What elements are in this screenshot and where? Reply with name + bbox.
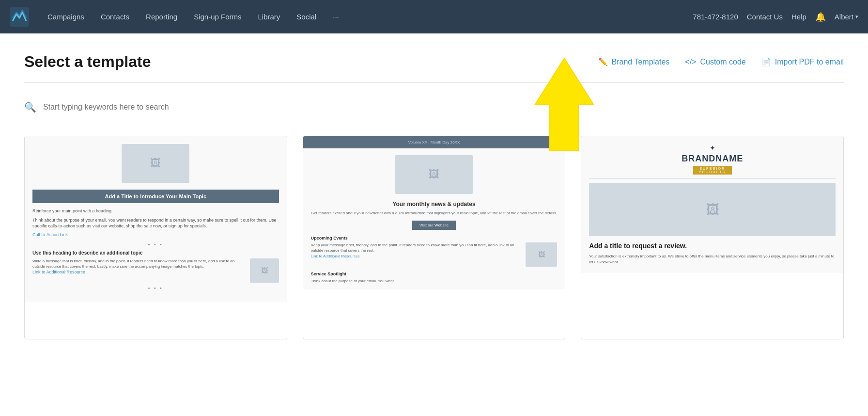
nav-item-social[interactable]: Social [290,9,323,25]
template3-brand-name: BRANDNAME [589,154,836,164]
search-bar: 🔍 [24,96,844,118]
template2-spotlight-section: Service Spotlight Think about the purpos… [311,272,558,284]
search-icon: 🔍 [24,101,36,113]
template1-dots: • • • [32,242,279,247]
template3-divider [589,178,836,179]
template3-main-image: 🖼 [589,183,836,236]
image-placeholder-icon-2: 🖼 [261,267,268,274]
search-divider [24,120,844,120]
template2-section1-title: Upcoming Events [311,236,558,240]
nav-item-signup-forms[interactable]: Sign-up Forms [187,9,248,25]
nav-user-name: Albert [835,13,853,21]
nav-item-library[interactable]: Library [251,9,287,25]
nav-contact-us[interactable]: Contact Us [747,13,783,21]
page-header: Select a template ✏️ Brand Templates </>… [24,53,844,71]
brand-templates-button[interactable]: ✏️ Brand Templates [598,57,670,66]
template2-main-title: Your monthly news & updates [311,201,558,208]
code-icon: </> [685,58,696,66]
template2-events-section: Upcoming Events Keep your message brief,… [311,236,558,267]
template2-body: Your monthly news & updates Get readers … [303,201,565,289]
template-card-3[interactable]: ✦ BRANDNAME SUPERIOR PRODUCTS 🖼 Add a ti… [581,136,844,339]
template3-review-text: Your satisfaction is extremely important… [589,254,836,265]
template2-section1-image: 🖼 [526,242,557,267]
import-pdf-label: Import PDF to email [775,58,844,66]
template1-title-bar: Add a Title to Introduce Your Main Topic [32,190,279,203]
template1-section2-image: 🖼 [250,258,279,283]
template1-section2-row: Write a message that is brief, friendly,… [32,258,279,283]
template2-section2-text: Think about the purpose of your email. Y… [311,278,558,284]
template1-cta-link: Call-to-Action Link [32,232,279,237]
template-card-1[interactable]: 🖼 Add a Title to Introduce Your Main Top… [24,136,287,339]
main-content: Select a template ✏️ Brand Templates </>… [0,33,868,416]
custom-code-button[interactable]: </> Custom code [685,58,745,66]
image-placeholder-icon-5: 🖼 [706,202,719,218]
nav-item-campaigns[interactable]: Campaigns [41,9,91,25]
template1-image: 🖼 [122,144,189,183]
custom-code-label: Custom code [700,58,745,66]
nav-user[interactable]: Albert ▾ [835,13,858,21]
import-pdf-icon: 📄 [761,57,771,66]
nav-item-more[interactable]: ··· [326,9,346,25]
template2-header: Volume XX | Month Day 20XX [303,136,565,148]
nav-phone: 781-472-8120 [693,13,738,21]
template2-intro: Get readers excited about your newslette… [311,210,558,216]
nav-help[interactable]: Help [791,13,806,21]
template1-section2-text: Write a message that is brief, friendly,… [32,258,245,280]
template2-main-image: 🖼 [395,155,473,194]
image-placeholder-icon: 🖼 [150,157,161,170]
template3-review-title: Add a title to request a review. [589,242,836,250]
template1-heading: Reinforce your main point with a heading… [32,208,279,214]
logo[interactable] [10,7,29,27]
template1-section2-heading: Use this heading to describe an addition… [32,250,279,256]
template-preview-2: Volume XX | Month Day 20XX 🖼 Your monthl… [303,136,565,289]
brand-templates-icon: ✏️ [598,57,608,66]
header-actions: ✏️ Brand Templates </> Custom code 📄 Imp… [598,57,844,66]
import-pdf-button[interactable]: 📄 Import PDF to email [761,57,844,66]
bell-icon[interactable]: 🔔 [815,12,826,22]
search-input[interactable] [43,103,285,112]
brand-templates-label: Brand Templates [612,58,670,66]
nav-right: 781-472-8120 Contact Us Help 🔔 Albert ▾ [693,12,858,22]
header-divider [24,82,844,83]
template2-header-text: Volume XX | Month Day 20XX [310,140,558,144]
template3-subtitle: SUPERIOR PRODUCTS [693,166,732,175]
template2-cta-btn: Visit our Website [412,221,456,230]
template-card-2[interactable]: Volume XX | Month Day 20XX 🖼 Your monthl… [303,136,566,339]
template2-section1-row: Keep your message brief, friendly, and t… [311,242,558,267]
image-placeholder-icon-3: 🖼 [429,168,439,181]
template-preview-3: ✦ BRANDNAME SUPERIOR PRODUCTS 🖼 Add a ti… [581,136,843,273]
template1-bottom-dots: • • • [32,286,279,291]
navbar: Campaigns Contacts Reporting Sign-up For… [0,0,868,33]
image-placeholder-icon-4: 🖼 [538,251,545,258]
template-grid: 🖼 Add a Title to Introduce Your Main Top… [24,136,844,339]
template2-section1-text: Keep your message brief, friendly, and t… [311,242,521,259]
template1-body: Think about the purpose of your email. Y… [32,217,279,229]
nav-item-contacts[interactable]: Contacts [94,9,136,25]
page-title: Select a template [24,53,151,71]
nav-links: Campaigns Contacts Reporting Sign-up For… [41,9,693,25]
chevron-down-icon: ▾ [855,14,858,20]
template3-logo-icon: ✦ [589,144,836,152]
template2-section2-title: Service Spotlight [311,272,558,276]
nav-item-reporting[interactable]: Reporting [139,9,184,25]
template-preview-1: 🖼 Add a Title to Introduce Your Main Top… [25,136,287,302]
